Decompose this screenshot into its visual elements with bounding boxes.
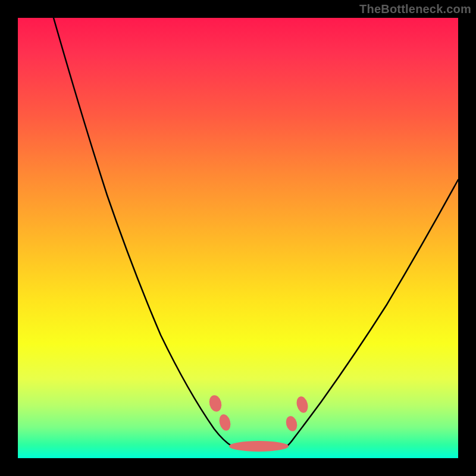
plot-area xyxy=(18,18,458,458)
right-curve xyxy=(287,180,458,446)
curve-layer xyxy=(18,18,458,458)
blob-bottom xyxy=(229,441,289,452)
chart-frame: TheBottleneck.com xyxy=(0,0,476,476)
left-curve xyxy=(54,18,232,446)
attribution-label: TheBottleneck.com xyxy=(359,2,471,16)
